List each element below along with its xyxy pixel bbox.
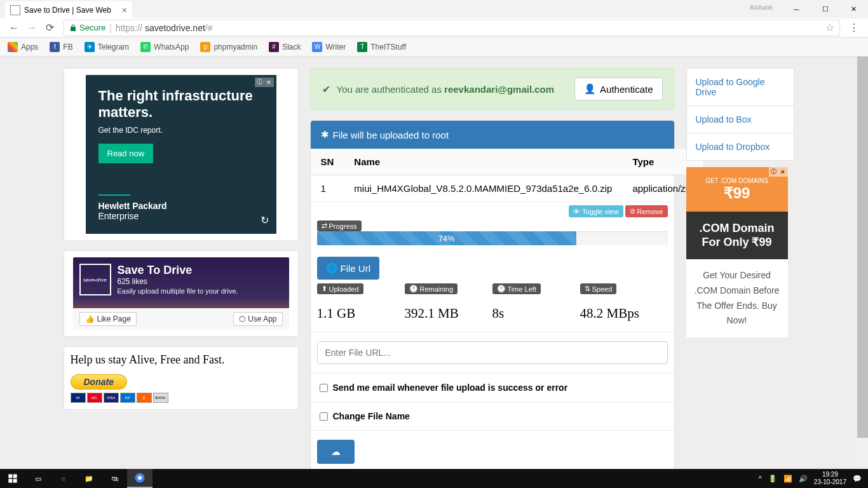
battery-icon[interactable]: 🔋	[768, 475, 777, 483]
clock-icon: 🕐	[409, 285, 418, 293]
start-button[interactable]	[0, 469, 25, 488]
page-icon	[10, 5, 20, 15]
close-window-button[interactable]: ✕	[839, 0, 868, 18]
clock-icon: 🕐	[497, 285, 506, 293]
upload-header: ✱ File will be uploaded to root	[311, 121, 674, 149]
edge-icon[interactable]: e	[51, 469, 76, 488]
svg-point-5	[138, 476, 142, 480]
slack-icon: #	[269, 42, 279, 52]
ad-right[interactable]: ⓘ✕ GET .COM DOMAINS ₹99 .COM Domain For …	[686, 167, 788, 337]
bookmark-writer[interactable]: WWriter	[312, 42, 346, 52]
apps-button[interactable]: Apps	[8, 42, 38, 52]
fb-page-title[interactable]: Save To Drive	[118, 264, 238, 277]
task-view-button[interactable]: ▭	[25, 469, 51, 488]
upload-button[interactable]: ☁	[317, 440, 355, 464]
upload-gdrive-link[interactable]: Upload to Google Drive	[687, 69, 794, 106]
close-tab-icon[interactable]: ×	[122, 5, 127, 15]
file-url-button[interactable]: 🌐File Url	[317, 257, 380, 280]
minimize-button[interactable]: ─	[782, 0, 811, 18]
ad-title: The right infrastructure matters.	[98, 88, 264, 121]
reload-button[interactable]: ⟳	[41, 19, 58, 37]
bookmark-star-icon[interactable]: ☆	[825, 22, 834, 34]
uploaded-value: 1.1 GB	[317, 306, 405, 322]
ad-brand: Hewlett Packard Enterprise	[98, 194, 167, 221]
browser-tab[interactable]: Save to Drive | Save Web ×	[5, 1, 132, 18]
address-bar[interactable]: Secure | https://savetodrive.net/# ☆	[64, 20, 840, 36]
bookmark-slack[interactable]: #Slack	[269, 42, 301, 52]
authenticate-button[interactable]: 👤 Authenticate	[574, 78, 662, 100]
fb-page-logo[interactable]: save•drive	[79, 264, 111, 295]
user-icon: 👤	[584, 83, 596, 95]
timeleft-label: 🕐Time Left	[492, 283, 541, 294]
facebook-widget: save•drive Save To Drive 625 likes Easil…	[73, 257, 289, 330]
ad-hpe[interactable]: ⓘ✕ The right infrastructure matters. Get…	[86, 75, 276, 234]
chrome-icon[interactable]	[127, 469, 153, 488]
auth-alert: ✔ You are authenticated as reevkandari@g…	[310, 68, 675, 110]
progress-fill: 74%	[317, 231, 576, 245]
auth-email: reevkandari@gmail.com	[444, 84, 554, 95]
secure-badge: Secure	[69, 23, 105, 32]
file-table: SN Name Type 1 miui_HM4XGlobal_V8.5.2.0.…	[311, 149, 703, 202]
bookmark-telegram[interactable]: ✈Telegram	[85, 42, 129, 52]
remove-button[interactable]: ⊘Remove	[625, 205, 668, 217]
ad-close-icon[interactable]: ⓘ✕	[769, 167, 788, 177]
donate-section: Help us stay Alive, Free and Fast. Donat…	[64, 346, 299, 410]
file-explorer-icon[interactable]: 📁	[76, 469, 102, 488]
rename-checkbox[interactable]	[320, 412, 328, 421]
bookmark-theitstuff[interactable]: TTheITStuff	[357, 42, 406, 52]
stats-row: ⬆Uploaded 1.1 GB 🕐Remaining 392.1 MB 🕐Ti…	[311, 282, 674, 332]
volume-icon[interactable]: 🔊	[799, 475, 808, 483]
system-clock[interactable]: 19:29 23-10-2017	[814, 471, 846, 486]
svg-rect-1	[13, 474, 17, 478]
bookmark-whatsapp[interactable]: ✆WhatsApp	[140, 42, 189, 52]
bookmark-phpmyadmin[interactable]: pphpmyadmin	[200, 42, 257, 52]
maximize-button[interactable]: ☐	[811, 0, 839, 18]
tray-chevron-icon[interactable]: ^	[759, 475, 762, 482]
cloud-upload-icon: ☁	[331, 446, 341, 458]
page-viewport: ⓘ✕ The right infrastructure matters. Get…	[0, 57, 868, 488]
bookmark-fb[interactable]: fFB	[50, 42, 72, 52]
upload-dropbox-link[interactable]: Upload to Dropbox	[687, 133, 794, 160]
svg-rect-2	[8, 479, 12, 483]
svg-rect-0	[8, 474, 12, 478]
col-name: Name	[344, 149, 622, 175]
col-sn: SN	[311, 149, 344, 175]
donate-heading: Help us stay Alive, Free and Fast.	[71, 353, 292, 367]
globe-icon: 🌐	[326, 262, 338, 274]
file-url-input[interactable]	[317, 341, 668, 364]
donate-button[interactable]: Donate	[71, 374, 127, 390]
upload-box-link[interactable]: Upload to Box	[687, 106, 794, 133]
svg-rect-3	[13, 479, 17, 483]
windows-taskbar: ▭ e 📁 🛍 ^ 🔋 📶 🔊 19:29 23-10-2017 💬	[0, 469, 868, 488]
ad-cta-button[interactable]: Read now	[98, 144, 154, 163]
ad-close-icon[interactable]: ⓘ✕	[255, 78, 274, 87]
progress-label: ⇄Progress	[317, 220, 362, 231]
notifications-icon[interactable]: 💬	[853, 475, 862, 483]
facebook-icon: f	[50, 42, 60, 52]
sort-icon: ⇅	[585, 285, 590, 293]
lock-icon	[69, 24, 77, 32]
fb-like-button[interactable]: 👍Like Page	[79, 312, 137, 326]
wifi-icon[interactable]: 📶	[783, 475, 792, 483]
exchange-icon: ⇄	[322, 222, 327, 230]
eye-icon: 👁	[573, 208, 580, 215]
apps-icon	[8, 42, 18, 52]
fb-use-app-button[interactable]: ⬡Use App	[233, 312, 282, 326]
scrollbar[interactable]	[857, 57, 868, 488]
fb-page-desc: Easily upload multiple file to your driv…	[118, 287, 238, 295]
box-icon: ⬡	[239, 315, 245, 323]
check-icon: ✔	[322, 83, 330, 95]
window-controls: ─ ☐ ✕	[782, 0, 868, 18]
chrome-menu-button[interactable]: ⋮	[845, 19, 863, 37]
payment-icons: MMCVISAAXDBANK	[71, 393, 292, 403]
tab-title: Save to Drive | Save Web	[24, 6, 111, 15]
forward-button[interactable]: →	[23, 19, 41, 37]
phpmyadmin-icon: p	[200, 42, 210, 52]
back-button[interactable]: ←	[5, 19, 23, 37]
upload-target-links: Upload to Google Drive Upload to Box Upl…	[686, 68, 794, 161]
chrome-profile-name[interactable]: Rishabh	[750, 3, 773, 11]
toggle-view-button[interactable]: 👁Toggle view	[569, 205, 623, 217]
refresh-icon: ↻	[261, 214, 269, 226]
email-notify-checkbox[interactable]	[320, 384, 328, 392]
store-icon[interactable]: 🛍	[102, 469, 127, 488]
